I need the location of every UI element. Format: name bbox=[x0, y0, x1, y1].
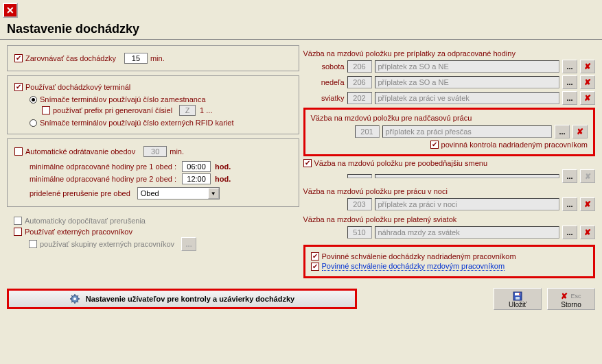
cb-auto-lunch[interactable] bbox=[14, 147, 23, 156]
label-auto-lunch: Automatické odrátavanie obedov bbox=[25, 147, 135, 156]
label-min-h1: minimálne odpracované hodiny pre 1 obed … bbox=[30, 162, 176, 171]
label-radio-rfid: Snímače terminálov používajú číslo exter… bbox=[40, 119, 233, 127]
x-icon: ✘ bbox=[584, 93, 591, 103]
cb-afternoon[interactable]: ✔ bbox=[303, 159, 312, 167]
btn-nedela-clear[interactable]: ✘ bbox=[580, 75, 595, 89]
x-icon: ✘ bbox=[584, 77, 591, 87]
btn-night-browse[interactable]: ... bbox=[562, 197, 577, 211]
label-min-h2: minimálne odpracované hodiny pre 2 obed … bbox=[30, 175, 176, 183]
x-icon: ✘ bbox=[584, 228, 591, 237]
label-hod1: hod. bbox=[215, 162, 231, 171]
code-night: 203 bbox=[347, 198, 372, 210]
label-use-ext: Používať externých pracovníkov bbox=[25, 228, 132, 236]
desc-hol: náhrada mzdy za svátek bbox=[375, 226, 560, 239]
save-label: Uložiť bbox=[509, 301, 526, 308]
check-icon: ✔ bbox=[312, 253, 318, 260]
code-over: 201 bbox=[355, 125, 380, 138]
x-icon: ✘ bbox=[585, 172, 591, 181]
btn-hol-clear[interactable]: ✘ bbox=[580, 226, 595, 239]
chevron-down-icon[interactable]: ▼ bbox=[208, 188, 219, 199]
check-icon: ✔ bbox=[432, 141, 437, 148]
desc-sobota: příplatek za SO a NE bbox=[375, 60, 560, 73]
save-button[interactable]: Uložiť bbox=[494, 288, 542, 310]
label-min: min. bbox=[150, 54, 165, 62]
cancel-icon: ✘ bbox=[561, 291, 568, 301]
x-icon: ✘ bbox=[577, 127, 583, 136]
svg-rect-4 bbox=[516, 297, 520, 300]
head-night: Väzba na mzdovú položku pre prácu v noci bbox=[303, 187, 596, 195]
btn-over-clear[interactable]: ✘ bbox=[572, 125, 588, 138]
input-min-h2[interactable] bbox=[182, 173, 211, 184]
cb-use-prefix[interactable] bbox=[42, 106, 50, 114]
label-approve-payroll: Povinné schválenie dochádzky mzdovým pra… bbox=[322, 262, 505, 271]
desc-night: příplatek za práci v noci bbox=[375, 198, 560, 210]
btn-sobota-browse[interactable]: ... bbox=[562, 60, 577, 73]
label-break: pridelené prerušenie pre obed bbox=[30, 189, 130, 197]
cb-over-check[interactable]: ✔ bbox=[430, 141, 439, 149]
btn-afternoon-clear[interactable]: ✘ bbox=[580, 169, 595, 183]
btn-sobota-clear[interactable]: ✘ bbox=[580, 60, 595, 73]
label-use-prefix: používať prefix pri generovaní čísiel bbox=[53, 106, 172, 114]
code-sobota: 206 bbox=[347, 60, 372, 73]
dropdown-break[interactable]: Obed ▼ bbox=[137, 187, 220, 199]
code-sviatky: 202 bbox=[347, 92, 372, 104]
btn-user-settings[interactable]: Nastavenie užívateľov pre kontroly a uzá… bbox=[7, 289, 357, 309]
btn-hol-browse[interactable]: ... bbox=[562, 226, 577, 239]
btn-ext-groups-browse[interactable]: ... bbox=[181, 237, 196, 251]
desc-afternoon bbox=[375, 174, 560, 178]
btn-nedela-browse[interactable]: ... bbox=[562, 75, 577, 89]
cb-use-ext-groups[interactable] bbox=[29, 240, 37, 248]
head-holiday: Väzba na mzdovú položku pre platený svia… bbox=[303, 215, 596, 223]
label-approve-sup: Povinné schválenie dochádzky nadriadeným… bbox=[322, 252, 516, 260]
redbox-approvals: ✔ Povinné schválenie dochádzky nadriaden… bbox=[303, 245, 596, 278]
input-lunch-min[interactable] bbox=[143, 146, 167, 157]
panel-lunch: Automatické odrátavanie obedov min. mini… bbox=[7, 138, 299, 207]
desc-nedela: příplatek za SO a NE bbox=[375, 76, 560, 88]
check-icon: ✔ bbox=[16, 55, 21, 62]
cancel-label: Storno bbox=[561, 301, 581, 308]
input-min-h1[interactable] bbox=[182, 161, 211, 172]
radio-rfid[interactable] bbox=[30, 119, 37, 127]
label-min2: min. bbox=[170, 147, 184, 156]
panel-misc: Automaticky dopočítavať prerušenia Použí… bbox=[7, 211, 299, 256]
input-align-minutes[interactable] bbox=[124, 53, 148, 64]
redbox-overtime: Väzba na mzdovú položku pre nadčasovú pr… bbox=[303, 108, 596, 156]
cb-approve-payroll[interactable]: ✔ bbox=[311, 263, 319, 271]
check-icon: ✔ bbox=[312, 263, 318, 270]
btn-over-browse[interactable]: ... bbox=[555, 125, 570, 138]
cb-align-time[interactable]: ✔ bbox=[14, 54, 23, 62]
btn-afternoon-browse[interactable]: ... bbox=[562, 169, 577, 183]
panel-align-time: ✔ Zarovnávať čas dochádzky min. bbox=[7, 45, 299, 71]
save-icon bbox=[513, 291, 522, 301]
label-align-time: Zarovnávať čas dochádzky bbox=[25, 54, 116, 62]
label-hod2: hod. bbox=[215, 175, 231, 183]
svg-rect-5 bbox=[519, 293, 520, 295]
cb-use-terminal[interactable]: ✔ bbox=[14, 83, 23, 91]
label-sviatky: sviatky bbox=[303, 94, 345, 102]
label-over-check: povinná kontrola nadriadeným pracovníkom bbox=[441, 141, 588, 149]
head-overtime: Väzba na mzdovú položku pre nadčasovú pr… bbox=[311, 114, 588, 122]
cb-approve-sup[interactable]: ✔ bbox=[311, 252, 319, 260]
btn-night-clear[interactable]: ✘ bbox=[580, 197, 595, 211]
cb-auto-breaks[interactable] bbox=[14, 217, 22, 225]
esc-label: Esc bbox=[570, 293, 581, 300]
btn-user-settings-label: Nastavenie užívateľov pre kontroly a uzá… bbox=[86, 295, 294, 303]
head-afternoon: Väzba na mzdovú položku pre poobedňajšiu… bbox=[314, 159, 488, 167]
panel-terminal: ✔ Používať dochádzkový terminál Snímače … bbox=[7, 75, 299, 134]
close-button[interactable]: ✕ bbox=[3, 3, 18, 18]
label-use-terminal: Používať dochádzkový terminál bbox=[25, 83, 130, 91]
svg-point-1 bbox=[73, 298, 76, 300]
dropdown-break-value: Obed bbox=[141, 189, 159, 197]
cb-use-ext[interactable] bbox=[14, 228, 22, 236]
input-prefix[interactable] bbox=[179, 105, 196, 116]
btn-sviatky-clear[interactable]: ✘ bbox=[580, 91, 595, 105]
check-icon: ✔ bbox=[16, 84, 21, 90]
btn-sviatky-browse[interactable]: ... bbox=[562, 91, 577, 105]
label-radio-emp: Snímače terminálov používajú číslo zames… bbox=[40, 95, 206, 104]
label-sobota: sobota bbox=[303, 62, 345, 71]
desc-sviatky: příplatek za práci ve svátek bbox=[375, 92, 560, 104]
cancel-button[interactable]: ✘ Esc Storno bbox=[547, 288, 595, 310]
page-title: Nastavenie dochádzky bbox=[0, 21, 602, 40]
radio-emp-number[interactable] bbox=[30, 96, 37, 104]
x-icon: ✘ bbox=[584, 62, 591, 71]
